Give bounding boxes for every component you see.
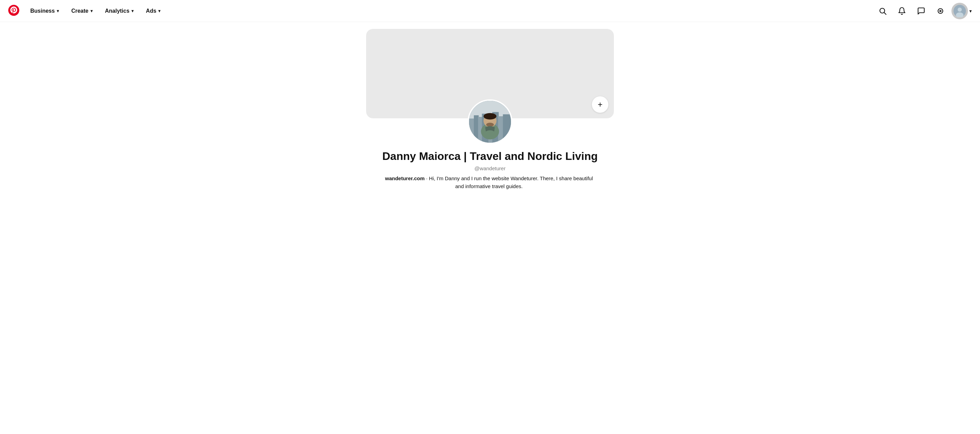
ads-chevron-icon: ▾ bbox=[158, 9, 160, 13]
nav-create[interactable]: Create ▾ bbox=[66, 5, 98, 17]
navbar-left: Business ▾ Create ▾ Analytics ▾ Ads ▾ bbox=[8, 5, 166, 17]
svg-point-3 bbox=[940, 10, 941, 12]
navbar-right: ▾ bbox=[874, 3, 972, 19]
ads-label: Ads bbox=[146, 8, 156, 14]
nav-analytics[interactable]: Analytics ▾ bbox=[99, 5, 139, 17]
user-avatar[interactable] bbox=[951, 3, 968, 19]
profile-avatar[interactable] bbox=[468, 99, 512, 144]
nav-ads[interactable]: Ads ▾ bbox=[140, 5, 166, 17]
profile-avatar-wrapper bbox=[468, 99, 512, 144]
profile-bio-separator: · bbox=[426, 175, 429, 181]
user-menu[interactable]: ▾ bbox=[951, 3, 972, 19]
svg-rect-11 bbox=[474, 115, 479, 143]
messages-button[interactable] bbox=[913, 3, 929, 19]
profile-website[interactable]: wandeturer.com bbox=[385, 175, 425, 181]
main-content: + bbox=[0, 22, 980, 190]
svg-point-4 bbox=[938, 9, 943, 13]
search-button[interactable] bbox=[874, 3, 891, 19]
svg-line-2 bbox=[885, 13, 886, 14]
business-chevron-icon: ▾ bbox=[57, 9, 59, 13]
pinterest-logo[interactable] bbox=[8, 5, 19, 17]
create-label: Create bbox=[71, 8, 88, 14]
svg-rect-17 bbox=[503, 114, 511, 143]
create-chevron-icon: ▾ bbox=[91, 9, 92, 13]
svg-point-21 bbox=[486, 123, 494, 127]
avatar-image bbox=[469, 99, 511, 144]
profile-info: Danny Maiorca | Travel and Nordic Living… bbox=[375, 149, 605, 190]
business-label: Business bbox=[30, 8, 55, 14]
updates-button[interactable] bbox=[932, 3, 949, 19]
nav-business[interactable]: Business ▾ bbox=[25, 5, 64, 17]
bell-icon bbox=[898, 7, 906, 15]
analytics-label: Analytics bbox=[105, 8, 129, 14]
profile-bio-text: Hi, I'm Danny and I run the website Wand… bbox=[429, 175, 593, 189]
profile-name: Danny Maiorca | Travel and Nordic Living bbox=[382, 149, 598, 163]
profile-handle: @wandeturer bbox=[382, 165, 598, 171]
chat-icon bbox=[917, 7, 925, 15]
updates-icon bbox=[936, 7, 945, 15]
notifications-button[interactable] bbox=[894, 3, 910, 19]
profile-bio: wandeturer.com · Hi, I'm Danny and I run… bbox=[382, 175, 596, 190]
svg-point-6 bbox=[958, 8, 962, 12]
avatar-person-icon bbox=[953, 5, 966, 17]
svg-point-20 bbox=[484, 113, 496, 120]
navbar: Business ▾ Create ▾ Analytics ▾ Ads ▾ bbox=[0, 0, 980, 22]
user-chevron-icon: ▾ bbox=[969, 8, 972, 14]
analytics-chevron-icon: ▾ bbox=[132, 9, 134, 13]
search-icon bbox=[878, 7, 887, 15]
nav-items: Business ▾ Create ▾ Analytics ▾ Ads ▾ bbox=[25, 5, 166, 17]
add-cover-button[interactable]: + bbox=[592, 96, 608, 113]
